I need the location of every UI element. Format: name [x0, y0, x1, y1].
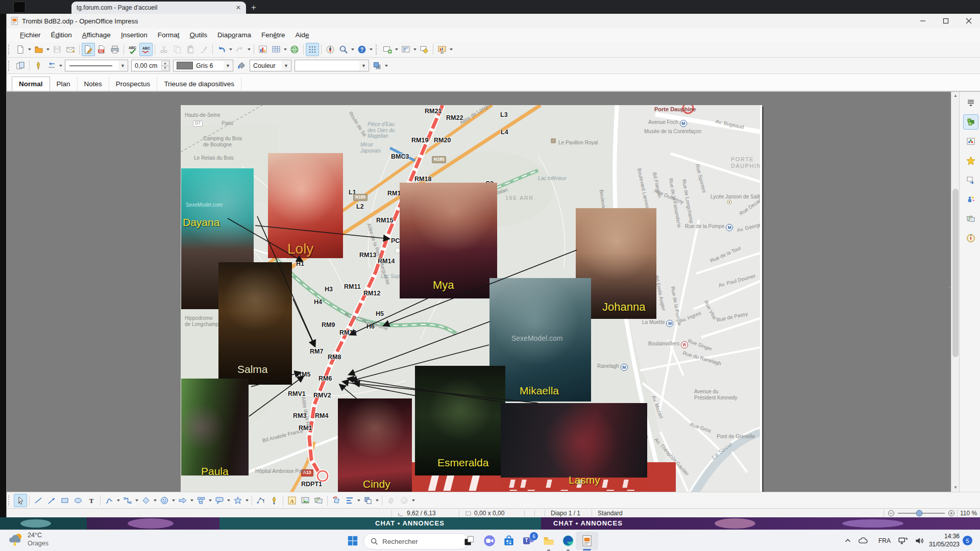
scroll-down-icon[interactable]: ▼	[951, 484, 960, 492]
menu-edition[interactable]: Édition	[46, 29, 77, 41]
search-input[interactable]: Rechercher	[363, 533, 469, 549]
start-button[interactable]	[346, 534, 359, 547]
glue-points-icon[interactable]	[267, 494, 281, 507]
file-explorer-icon[interactable]	[542, 534, 555, 547]
photo-paula[interactable]	[181, 379, 249, 475]
stars-icon[interactable]	[231, 494, 244, 507]
draw-line-icon[interactable]	[32, 494, 45, 507]
spellcheck-icon[interactable]: ABC	[126, 43, 139, 56]
view-tab-plan[interactable]: Plan	[50, 77, 78, 91]
sidebar-slide-transition-icon[interactable]	[963, 172, 978, 188]
arrange-icon[interactable]	[361, 494, 375, 507]
edit-points-icon[interactable]	[254, 494, 267, 507]
slide[interactable]: RM21RM22RM19RM20BMC3RM18L3L4L1L2RM17C3RM…	[181, 105, 762, 492]
basic-shapes-icon[interactable]	[139, 494, 153, 507]
line-style-select[interactable]: ▼	[65, 60, 128, 71]
edge-browser-icon[interactable]	[561, 534, 575, 547]
language-indicator[interactable]: FRA	[876, 534, 893, 547]
sidebar-sidebar-settings-icon[interactable]	[963, 95, 978, 110]
line-width-stepper[interactable]: 0,00 cm▲▼	[131, 60, 170, 71]
hyperlink-icon[interactable]	[288, 43, 301, 56]
slide-show-icon[interactable]	[435, 43, 449, 56]
sidebar-master-pages-icon[interactable]	[963, 134, 978, 149]
menu-fenetre[interactable]: Fenêtre	[256, 29, 290, 41]
tray-chevron-icon[interactable]	[841, 534, 854, 547]
insert-table-icon[interactable]	[270, 43, 283, 56]
new-tab-icon[interactable]: +	[251, 3, 256, 13]
print-icon[interactable]	[108, 43, 121, 56]
view-tab-notes[interactable]: Notes	[78, 77, 109, 91]
view-tab-prospectus[interactable]: Prospectus	[109, 77, 158, 91]
draw-ellipse-icon[interactable]	[71, 494, 85, 507]
zoom-icon[interactable]	[337, 43, 350, 56]
view-tab-normal[interactable]: Normal	[12, 77, 50, 91]
minimize-button[interactable]	[911, 14, 934, 28]
menu-affichage[interactable]: Affichage	[77, 29, 116, 41]
new-slide-icon[interactable]	[381, 43, 394, 56]
draw-text-icon[interactable]: T	[85, 494, 98, 507]
undo-icon[interactable]	[215, 43, 228, 56]
menu-aide[interactable]: Aide	[290, 29, 314, 41]
scroll-up-icon[interactable]: ▲	[951, 92, 960, 100]
sidebar-gallery-icon[interactable]	[963, 211, 978, 227]
onedrive-cloud-icon[interactable]	[856, 534, 870, 547]
shadow-icon[interactable]	[371, 59, 384, 72]
title-bar[interactable]: Trombi BdB2.odp - OpenOffice Impress	[7, 14, 980, 28]
vertical-scrollbar[interactable]: ▲ ▼	[951, 92, 960, 492]
network-icon[interactable]	[896, 534, 910, 547]
draw-rectangle-icon[interactable]	[58, 494, 71, 507]
maximize-button[interactable]	[934, 14, 957, 28]
export-pdf-icon[interactable]: PDF	[95, 43, 108, 56]
slide-design-icon[interactable]	[418, 43, 431, 56]
help-icon[interactable]: ?	[355, 43, 369, 56]
sidebar-properties-icon[interactable]	[963, 114, 978, 130]
zoom-out-button[interactable]	[888, 509, 895, 518]
view-tab-trieuse-de-diapositives[interactable]: Trieuse de diapositives	[157, 77, 241, 91]
gallery-icon[interactable]	[312, 494, 325, 507]
rotate-icon[interactable]	[330, 494, 343, 507]
tab-close-icon[interactable]: ✕	[236, 4, 241, 11]
insert-chart-icon[interactable]	[256, 43, 270, 56]
block-arrows-icon[interactable]	[176, 494, 189, 507]
menu-outils[interactable]: Outils	[184, 29, 212, 41]
draw-arrow-icon[interactable]	[45, 494, 58, 507]
connector-icon[interactable]	[121, 494, 134, 507]
menu-insertion[interactable]: Insertion	[116, 29, 153, 41]
scrollbar-thumb[interactable]	[952, 189, 959, 357]
task-view-button[interactable]	[462, 534, 476, 547]
sidebar-custom-animation-icon[interactable]	[963, 153, 978, 168]
slide-layout-icon[interactable]	[399, 43, 412, 56]
impress-taskbar-icon[interactable]	[580, 534, 594, 547]
display-grid-icon[interactable]	[306, 43, 319, 56]
flowchart-icon[interactable]	[194, 494, 208, 507]
open-icon[interactable]	[32, 43, 45, 56]
menu-diaporama[interactable]: Diaporama	[212, 29, 256, 41]
insert-image-icon[interactable]	[299, 494, 312, 507]
fill-style-select[interactable]: Couleur▼	[250, 60, 291, 71]
clock[interactable]: 14:36 31/05/2023	[926, 533, 960, 548]
zoom-slider[interactable]	[897, 509, 946, 518]
fill-color-select[interactable]: ▼	[295, 60, 369, 71]
draw-curve-icon[interactable]	[103, 494, 116, 507]
menu-format[interactable]: Format	[153, 29, 185, 41]
new-document-icon[interactable]	[14, 43, 27, 56]
styles-icon[interactable]	[14, 59, 27, 72]
callouts-icon[interactable]	[213, 494, 226, 507]
fontwork-icon[interactable]: A	[285, 494, 299, 507]
menu-fichier[interactable]: Fichier	[15, 29, 46, 41]
symbol-shapes-icon[interactable]	[158, 494, 171, 507]
alignment-icon[interactable]	[343, 494, 356, 507]
line-style-pen-icon[interactable]	[32, 59, 45, 72]
sidebar-animation-effects-icon[interactable]	[963, 192, 978, 207]
volume-icon[interactable]	[913, 534, 926, 547]
email-icon[interactable]	[64, 43, 77, 56]
edit-file-icon[interactable]	[82, 43, 95, 56]
close-button[interactable]	[957, 14, 980, 28]
chat-app-icon[interactable]	[483, 534, 496, 547]
fill-paint-can-icon[interactable]	[235, 59, 248, 72]
zoom-in-button[interactable]	[948, 509, 955, 518]
line-color-select[interactable]: Gris 6▼	[173, 60, 233, 71]
arrow-style-icon[interactable]	[45, 59, 58, 72]
notification-badge[interactable]: 5	[963, 536, 972, 545]
autospellcheck-icon[interactable]: ABC	[139, 43, 153, 56]
